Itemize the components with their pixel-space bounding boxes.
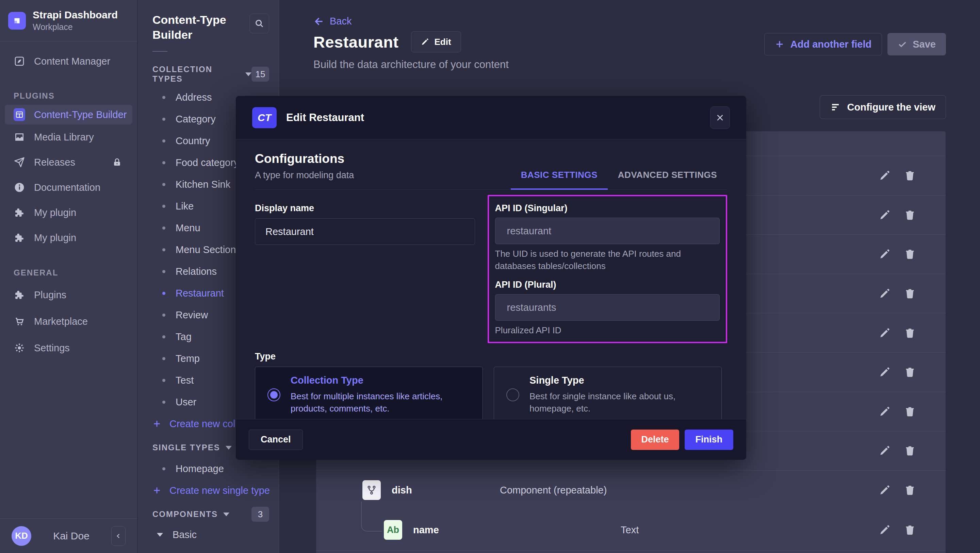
sidebar-item-label: My plugin	[34, 232, 76, 243]
collection-type-option[interactable]: Collection Type Best for multiple instan…	[255, 367, 483, 423]
table-row-dish: dish Component (repeatable)	[316, 470, 946, 510]
bullet-icon	[162, 96, 165, 99]
sidebar-item-content-type-builder[interactable]: Content-Type Builder	[5, 105, 132, 124]
finish-button[interactable]: Finish	[685, 429, 733, 450]
single-item-homepage[interactable]: Homepage	[138, 458, 279, 480]
sidebar-item-label: Content-Type Builder	[34, 109, 127, 121]
api-id-plural-label: API ID (Plural)	[495, 280, 720, 290]
delete-field-button[interactable]	[904, 327, 916, 339]
chevron-down-icon	[223, 513, 229, 516]
collapse-sidebar-button[interactable]	[111, 526, 126, 546]
type-label: Type	[255, 351, 727, 362]
edit-field-button[interactable]	[879, 445, 891, 457]
tab-advanced-settings[interactable]: ADVANCED SETTINGS	[608, 170, 727, 190]
sidebar-item-media-library[interactable]: Media Library	[0, 124, 137, 149]
sidebar-item-documentation[interactable]: Documentation	[0, 175, 137, 200]
edit-field-button[interactable]	[879, 209, 891, 221]
sidebar-item-label: Documentation	[34, 182, 100, 193]
gear-icon	[14, 342, 25, 354]
close-icon	[716, 113, 724, 122]
field-name: name	[413, 524, 439, 536]
edit-field-button[interactable]	[879, 405, 891, 418]
delete-field-button[interactable]	[904, 484, 916, 496]
single-type-option[interactable]: Single Type Best for single instance lik…	[494, 367, 722, 423]
component-category-basic[interactable]: Basic	[138, 524, 279, 545]
sidebar-item-my-plugin-2[interactable]: My plugin	[0, 225, 137, 250]
edit-field-button[interactable]	[879, 524, 891, 536]
bullet-icon	[162, 379, 165, 382]
sidebar-item-label: Marketplace	[34, 316, 88, 327]
edit-field-button[interactable]	[879, 169, 891, 182]
chevron-down-icon	[157, 533, 163, 537]
bullet-icon	[162, 183, 165, 186]
delete-field-button[interactable]	[904, 366, 916, 378]
sidebar-item-releases[interactable]: Releases	[0, 149, 137, 175]
collection-types-header[interactable]: COLLECTION TYPES 15	[153, 67, 269, 82]
bullet-icon	[162, 357, 165, 360]
edit-button[interactable]: Edit	[411, 31, 461, 52]
api-id-plural-input[interactable]	[495, 294, 720, 321]
add-another-field-button[interactable]: Add another field	[764, 33, 882, 56]
field-type: Component (repeatable)	[500, 485, 607, 496]
component-icon	[363, 480, 381, 500]
radio-unselected-icon	[506, 388, 519, 401]
configure-view-button[interactable]: Configure the view	[820, 95, 946, 119]
modal-header: CT Edit Restaurant	[236, 96, 746, 140]
components-header[interactable]: COMPONENTS 3	[153, 507, 269, 522]
field-name: dish	[392, 485, 412, 496]
delete-field-button[interactable]	[904, 248, 916, 260]
save-button[interactable]: Save	[888, 33, 946, 56]
sidebar-item-content-manager[interactable]: Content Manager	[0, 50, 137, 72]
bullet-icon	[162, 335, 165, 338]
arrow-left-icon	[313, 16, 324, 27]
sidebar-item-my-plugin-1[interactable]: My plugin	[0, 200, 137, 225]
delete-field-button[interactable]	[904, 445, 916, 457]
tab-basic-settings[interactable]: BASIC SETTINGS	[511, 170, 608, 190]
delete-field-button[interactable]	[904, 405, 916, 418]
puzzle-icon	[14, 289, 25, 300]
api-id-singular-input[interactable]	[495, 218, 720, 244]
edit-field-button[interactable]	[879, 366, 891, 378]
back-link[interactable]: Back	[313, 16, 352, 27]
text-field-icon: Ab	[384, 520, 402, 540]
brand[interactable]: Strapi Dashboard Workplace	[0, 0, 137, 41]
info-icon	[14, 182, 25, 193]
content-type-badge: CT	[252, 107, 277, 128]
edit-field-button[interactable]	[879, 484, 891, 496]
chevron-left-icon	[115, 532, 122, 540]
paper-plane-icon	[14, 156, 25, 168]
radio-selected-icon	[267, 388, 280, 401]
bullet-icon	[162, 292, 165, 295]
edit-field-button[interactable]	[879, 288, 891, 300]
configurations-title: Configurations	[255, 152, 354, 166]
close-modal-button[interactable]	[710, 106, 730, 129]
plus-icon	[775, 40, 784, 49]
avatar[interactable]: KD	[11, 526, 31, 546]
delete-field-button[interactable]	[904, 288, 916, 300]
sidebar-item-settings[interactable]: Settings	[0, 335, 137, 361]
create-single-type-link[interactable]: Create new single type	[138, 480, 279, 501]
api-id-singular-helper: The UID is used to generate the API rout…	[495, 248, 720, 272]
tree-connector	[361, 502, 382, 532]
delete-field-button[interactable]	[904, 524, 916, 536]
delete-button[interactable]: Delete	[631, 429, 679, 450]
sidebar-item-label: Content Manager	[34, 56, 110, 67]
display-name-input[interactable]	[255, 218, 475, 245]
bullet-icon	[162, 313, 165, 317]
sidebar-item-label: Media Library	[34, 132, 94, 143]
delete-field-button[interactable]	[904, 169, 916, 182]
edit-field-button[interactable]	[879, 248, 891, 260]
sidebar-item-plugins[interactable]: Plugins	[0, 281, 137, 308]
user-bar: KD Kai Doe	[0, 518, 137, 553]
search-button[interactable]	[250, 14, 269, 33]
delete-field-button[interactable]	[904, 209, 916, 221]
sidebar-item-marketplace[interactable]: Marketplace	[0, 308, 137, 335]
edit-field-button[interactable]	[879, 327, 891, 339]
modal-footer: Cancel Delete Finish	[236, 419, 746, 460]
cancel-button[interactable]: Cancel	[249, 429, 303, 450]
check-icon	[898, 40, 907, 49]
page-subtitle: Build the data architecture of your cont…	[313, 59, 509, 71]
plugins-section-label: PLUGINS	[0, 91, 137, 101]
bullet-icon	[162, 140, 165, 143]
media-library-icon	[14, 131, 25, 143]
